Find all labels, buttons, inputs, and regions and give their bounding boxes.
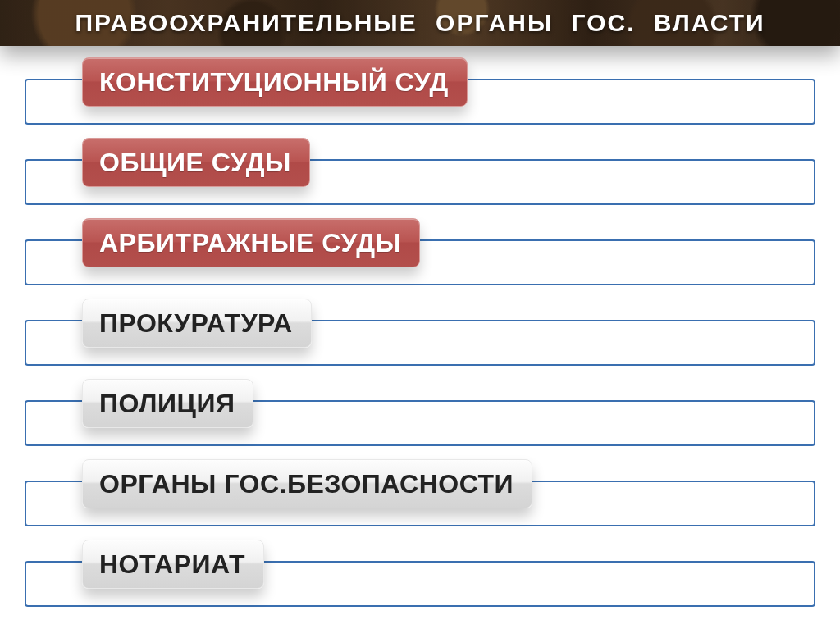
- item-pill: ПОЛИЦИЯ: [82, 379, 253, 428]
- slide-header: ПРАВООХРАНИТЕЛЬНЫЕ ОРГАНЫ ГОС. ВЛАСТИ: [0, 0, 840, 46]
- item-label: ОБЩИЕ СУДЫ: [99, 148, 291, 178]
- list-item: ПОЛИЦИЯ: [25, 379, 815, 446]
- item-label: ПОЛИЦИЯ: [99, 389, 235, 419]
- list-item: НОТАРИАТ: [25, 540, 815, 607]
- slide: ПРАВООХРАНИТЕЛЬНЫЕ ОРГАНЫ ГОС. ВЛАСТИ КО…: [0, 0, 840, 629]
- item-label: ПРОКУРАТУРА: [99, 308, 293, 339]
- list-item: ОРГАНЫ ГОС.БЕЗОПАСНОСТИ: [25, 459, 815, 526]
- item-pill: ОРГАНЫ ГОС.БЕЗОПАСНОСТИ: [82, 459, 532, 508]
- item-pill: АРБИТРАЖНЫЕ СУДЫ: [82, 218, 420, 267]
- list-item: АРБИТРАЖНЫЕ СУДЫ: [25, 218, 815, 285]
- list-item: ОБЩИЕ СУДЫ: [25, 138, 815, 205]
- item-pill: НОТАРИАТ: [82, 540, 264, 589]
- list-item: КОНСТИТУЦИОННЫЙ СУД: [25, 57, 815, 125]
- item-label: КОНСТИТУЦИОННЫЙ СУД: [99, 67, 449, 98]
- item-pill: ОБЩИЕ СУДЫ: [82, 138, 310, 187]
- list-item: ПРОКУРАТУРА: [25, 299, 815, 366]
- item-label: АРБИТРАЖНЫЕ СУДЫ: [99, 228, 401, 258]
- item-pill: КОНСТИТУЦИОННЫЙ СУД: [82, 57, 468, 107]
- items-list: КОНСТИТУЦИОННЫЙ СУД ОБЩИЕ СУДЫ АРБИТРАЖН…: [0, 46, 840, 629]
- slide-title: ПРАВООХРАНИТЕЛЬНЫЕ ОРГАНЫ ГОС. ВЛАСТИ: [0, 0, 840, 46]
- item-pill: ПРОКУРАТУРА: [82, 299, 312, 348]
- item-label: ОРГАНЫ ГОС.БЕЗОПАСНОСТИ: [99, 469, 514, 499]
- item-label: НОТАРИАТ: [99, 549, 245, 580]
